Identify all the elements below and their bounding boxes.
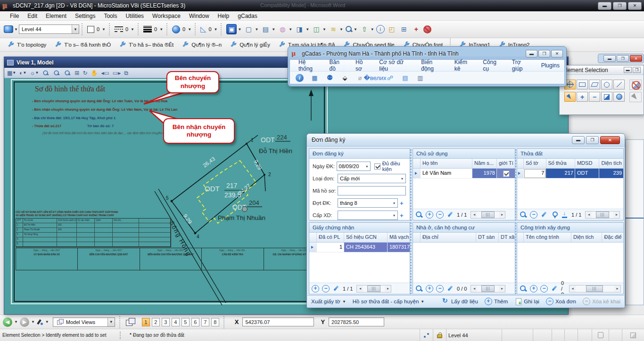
snap-mode-cell[interactable] — [420, 329, 433, 341]
record-scrollbar[interactable]: ◂▸ — [471, 211, 505, 219]
select-flash-button[interactable] — [564, 92, 576, 102]
search-icon[interactable] — [520, 285, 527, 292]
view-next-button[interactable]: ▭▸ — [113, 70, 121, 76]
record-scrollbar[interactable]: ◂▸ — [471, 285, 505, 292]
import-button[interactable]: ⇧▼ — [358, 23, 375, 35]
record-scrollbar[interactable]: ◂▸ — [356, 285, 391, 292]
table-icon[interactable]: ▦ — [311, 74, 319, 82]
minimize-button[interactable]: ▬ — [598, 2, 611, 10]
close-button[interactable]: ✕ — [600, 136, 620, 144]
task-ho-so-thua-dat-button[interactable]: T'o hå s– thöa ®Êt — [116, 40, 177, 50]
import-parcel-button[interactable] — [561, 211, 569, 219]
xoa-ke-khai-button[interactable]: Xóa kê khai — [583, 298, 620, 305]
panel-splitter[interactable] — [410, 149, 412, 294]
task-so-do-hinh-the-button[interactable]: T'o s– ®å hxnh thÓ — [51, 40, 115, 50]
restore-button[interactable]: ❐ — [617, 55, 629, 62]
remove-record-button[interactable] — [436, 285, 444, 292]
dot-dk-field[interactable]: tháng 8▼ — [338, 198, 398, 208]
active-element-template-button[interactable]: ▼ — [3, 23, 19, 35]
location-pin-icon[interactable]: ☍ — [386, 74, 394, 82]
gender-checkbox[interactable] — [503, 170, 509, 177]
menu-workspace[interactable]: Workspace — [148, 13, 185, 19]
gcadas-titlebar[interactable]: μ gCadas - Phường Nam Hà - Thành phố Hà … — [289, 48, 565, 59]
level-manager-button[interactable]: ≋▼ — [327, 23, 344, 35]
table-row[interactable]: 7 217 ODT 239 — [517, 169, 623, 179]
them-button[interactable]: Thêm — [485, 298, 508, 305]
reference-button[interactable]: ▤▼ — [259, 23, 276, 35]
design-history-cell[interactable] — [622, 329, 644, 341]
remove-record-button[interactable] — [540, 285, 548, 292]
new-file-button[interactable]: ▢▼ — [242, 23, 259, 35]
cap-xd-field[interactable]: ▼ — [338, 211, 398, 220]
menu-edit[interactable]: Edit — [23, 13, 41, 19]
record-scrollbar[interactable]: ◂▸ — [585, 211, 620, 219]
layers-remove-icon[interactable]: �велиx — [371, 74, 379, 82]
dialog-titlebar[interactable]: Đơn đăng ký ▬ ❐ ✕ — [307, 134, 625, 146]
minimize-button[interactable]: ▬ — [603, 55, 616, 62]
display-style-button[interactable]: ▦▼ — [7, 70, 16, 76]
menu-utilities[interactable]: Utilities — [121, 13, 148, 19]
select-global-button[interactable] — [613, 92, 625, 102]
gcadas-menu-kiem-ke[interactable]: Kiểm kê — [450, 59, 478, 72]
annotation-scale-cell[interactable] — [592, 329, 609, 341]
cell-library-button[interactable]: ◍▼ — [276, 23, 293, 35]
loai-don-field[interactable]: Cấp mới▼ — [338, 174, 406, 183]
ma-ho-so-input[interactable] — [338, 186, 406, 195]
rotate-view-button[interactable]: ↻ — [83, 70, 87, 76]
disable-handles-button[interactable] — [629, 80, 642, 90]
minimize-button[interactable]: ▬ — [624, 67, 632, 73]
table-row[interactable]: 1 CH 2543643 180731700 — [309, 243, 410, 252]
zoom-out-button[interactable] — [53, 69, 60, 77]
view-toggle-4[interactable]: 4 — [172, 318, 180, 326]
fit-view-button[interactable]: ⊞ — [74, 70, 79, 76]
restore-button[interactable]: ❐ — [633, 67, 641, 73]
menu-file[interactable]: File — [6, 13, 23, 19]
add-record-button[interactable] — [426, 285, 433, 292]
view-toggle-2[interactable]: 2 — [152, 318, 160, 326]
add-record-button[interactable] — [312, 285, 319, 292]
gcadas-menu-plugins[interactable]: Plugins — [537, 62, 564, 69]
view-toggle-7[interactable]: 7 — [201, 318, 209, 326]
xoa-don-button[interactable]: Xoá đơn — [546, 298, 576, 305]
ho-so-thua-dat-button[interactable]: Hồ sơ thửa đất - cấp huyện▼ — [353, 299, 424, 304]
gcadas-menu-csdl[interactable]: Cơ sở dữ liệu — [374, 59, 416, 72]
close-icon[interactable]: ✕ — [630, 55, 642, 62]
panel-splitter[interactable] — [515, 149, 516, 294]
close-button[interactable]: ✕ — [628, 2, 642, 10]
table-row[interactable]: Lê Văn Nam 1978 — [413, 169, 515, 179]
gcadas-menu-ho-so[interactable]: Hồ sơ — [351, 59, 374, 72]
select-overlap-button[interactable] — [601, 92, 612, 102]
remove-record-button[interactable] — [322, 285, 330, 292]
close-button[interactable]: ✕ — [551, 50, 563, 57]
accudraw-button[interactable]: + — [410, 23, 422, 35]
info-icon[interactable]: i — [296, 74, 304, 82]
active-color-button[interactable]: 0▼ — [86, 23, 107, 35]
edit-record-button[interactable] — [540, 211, 548, 219]
transparency-button[interactable]: ◺0▼ — [199, 23, 218, 35]
active-level-combo[interactable]: Level 44▼ — [19, 24, 79, 34]
task-quan-ly-don-button[interactable]: Qu¶n lý ®–n — [178, 40, 225, 50]
users-icon[interactable]: ⚉ — [326, 74, 334, 82]
gcadas-menu-he-thong[interactable]: Hệ thống — [294, 59, 324, 72]
brightness-button[interactable]: ☼▼ — [30, 70, 39, 76]
ngay-dk-field[interactable]: 08/09/20▼ — [337, 162, 371, 171]
view-previous-button[interactable]: ◀ — [3, 317, 12, 327]
y-coordinate-input[interactable]: 2027825.50 — [329, 317, 384, 326]
view-toggle-5[interactable]: 5 — [182, 318, 190, 326]
element-class-button[interactable]: 0▼ — [171, 23, 192, 35]
element-selection-titlebar[interactable]: Element Selection ▬❐ — [560, 65, 644, 75]
record-scrollbar[interactable]: ◂▸ — [569, 285, 621, 292]
search-icon[interactable] — [520, 211, 527, 219]
expand-marker-icon[interactable]: ▲ — [129, 332, 132, 335]
lay-du-lieu-button[interactable]: Lấy dữ liệu — [442, 298, 478, 305]
edit-record-button[interactable] — [332, 285, 340, 292]
pointer-button[interactable] — [629, 92, 642, 102]
zoom-in-button[interactable] — [42, 69, 50, 77]
grid-icon[interactable]: ▥ — [416, 74, 424, 82]
select-shape-button[interactable] — [589, 80, 600, 89]
select-line-button[interactable] — [613, 80, 625, 89]
active-tool-icon[interactable] — [37, 319, 43, 325]
raster-manager-button[interactable]: ◨▼ — [293, 23, 310, 35]
xyz-button[interactable]: ⊞ — [398, 23, 410, 35]
locate-parcel-button[interactable] — [551, 211, 558, 219]
